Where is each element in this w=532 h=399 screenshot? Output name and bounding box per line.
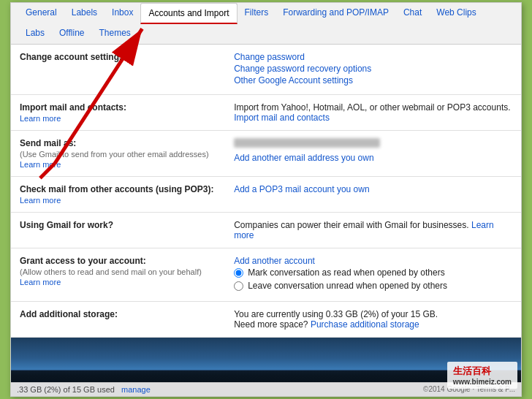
nav-tab-labs[interactable]: Labs xyxy=(18,23,52,44)
value-cell-0: Change passwordChange password recovery … xyxy=(225,45,521,95)
import-text: Import from Yahoo!, Hotmail, AOL, or oth… xyxy=(234,102,512,113)
value-cell-6: You are currently using 0.33 GB (2%) of … xyxy=(225,302,521,338)
value-cell-4: Companies can power their email with Gma… xyxy=(225,213,521,248)
row-sublabel-5: (Allow others to read and send mail on y… xyxy=(20,267,216,276)
radio-mark-read[interactable] xyxy=(234,268,243,278)
bottom-bar: .33 GB (2%) of 15 GB used manage ©2014 G… xyxy=(11,338,521,396)
label-cell-5: Grant access to your account:(Allow othe… xyxy=(11,248,225,302)
row-label-4: Using Gmail for work? xyxy=(20,220,113,230)
nav-tab-themes[interactable]: Themes xyxy=(92,23,138,44)
radio-label-2: Leave conversation unread when opened by… xyxy=(248,281,447,291)
label-cell-0: Change account settings: xyxy=(11,45,225,95)
import-action[interactable]: Import mail and contacts xyxy=(234,113,330,123)
settings-row-1: Import mail and contacts:Learn moreImpor… xyxy=(11,95,521,131)
bottom-status: .33 GB (2%) of 15 GB used manage ©2014 G… xyxy=(11,382,521,396)
learn-more-2[interactable]: Learn more xyxy=(20,160,216,169)
value-link-change-password-recovery-options[interactable]: Change password recovery options xyxy=(234,64,512,74)
grant-action[interactable]: Add another account xyxy=(234,256,512,266)
label-cell-2: Send mail as:(Use Gmail to send from you… xyxy=(11,131,225,177)
label-cell-3: Check mail from other accounts (using PO… xyxy=(11,177,225,213)
nav-tab-forwarding-and-pop/imap[interactable]: Forwarding and POP/IMAP xyxy=(276,3,396,23)
value-cell-1: Import from Yahoo!, Hotmail, AOL, or oth… xyxy=(225,95,521,131)
nav-tab-web-clips[interactable]: Web Clips xyxy=(429,3,483,23)
row-label-3: Check mail from other accounts (using PO… xyxy=(20,184,213,194)
manage-link[interactable]: manage xyxy=(121,385,151,394)
nav-tab-offline[interactable]: Offline xyxy=(52,23,91,44)
value-cell-5: Add another accountMark conversation as … xyxy=(225,248,521,302)
purchase-storage-link[interactable]: Purchase additional storage xyxy=(311,319,419,330)
row-label-0: Change account settings: xyxy=(20,52,127,62)
learn-more-1[interactable]: Learn more xyxy=(20,114,216,123)
storage-status: .33 GB (2%) of 15 GB used manage xyxy=(17,385,151,394)
storage-usage-text: You are currently using 0.33 GB (2%) of … xyxy=(234,309,512,319)
nav-tab-inbox[interactable]: Inbox xyxy=(104,3,140,23)
settings-row-5: Grant access to your account:(Allow othe… xyxy=(11,248,521,302)
row-label-6: Add additional storage: xyxy=(20,309,118,319)
settings-row-6: Add additional storage:You are currently… xyxy=(11,302,521,338)
radio-row-1: Mark conversation as read when opened by… xyxy=(234,267,512,278)
label-cell-1: Import mail and contacts:Learn more xyxy=(11,95,225,131)
send-action[interactable]: Add another email address you own xyxy=(234,153,373,163)
learn-more-3[interactable]: Learn more xyxy=(20,196,216,205)
settings-row-3: Check mail from other accounts (using PO… xyxy=(11,177,521,213)
settings-row-0: Change account settings:Change passwordC… xyxy=(11,45,521,95)
nav-tab-labels[interactable]: Labels xyxy=(64,3,104,23)
value-link-change-password[interactable]: Change password xyxy=(234,52,512,62)
row-label-2: Send mail as: xyxy=(20,138,76,148)
watermark-line2: www.bimeiz.com xyxy=(453,378,512,386)
radio-label-1: Mark conversation as read when opened by… xyxy=(248,267,445,278)
blurred-email xyxy=(234,138,380,148)
nav-tab-chat[interactable]: Chat xyxy=(396,3,429,23)
settings-row-2: Send mail as:(Use Gmail to send from you… xyxy=(11,131,521,177)
radio-leave-unread[interactable] xyxy=(234,281,243,291)
settings-table: Change account settings:Change passwordC… xyxy=(11,45,521,338)
nav-tabs: GeneralLabelsInboxAccounts and ImportFil… xyxy=(11,3,521,45)
watermark: 生活百科 www.bimeiz.com xyxy=(447,362,517,389)
storage-more-text: Need more space? Purchase additional sto… xyxy=(234,319,512,330)
storage-text: .33 GB (2%) of 15 GB used xyxy=(17,385,115,394)
nav-tab-accounts-and-import[interactable]: Accounts and Import xyxy=(140,3,237,24)
pop3-action[interactable]: Add a POP3 mail account you own xyxy=(234,184,369,194)
work-text: Companies can power their email with Gma… xyxy=(234,220,471,230)
value-cell-3: Add a POP3 mail account you own xyxy=(225,177,521,213)
row-label-1: Import mail and contacts: xyxy=(20,102,126,113)
label-cell-6: Add additional storage: xyxy=(11,302,225,338)
value-link-other-google-account-settings[interactable]: Other Google Account settings xyxy=(234,75,512,86)
label-cell-4: Using Gmail for work? xyxy=(11,213,225,248)
watermark-line1: 生活百科 xyxy=(453,365,512,378)
nav-tab-general[interactable]: General xyxy=(18,3,64,23)
row-sublabel-2: (Use Gmail to send from your other email… xyxy=(20,150,216,159)
learn-more-5[interactable]: Learn more xyxy=(20,278,216,286)
settings-content: Change account settings:Change passwordC… xyxy=(11,45,521,338)
settings-row-4: Using Gmail for work?Companies can power… xyxy=(11,213,521,248)
nav-tab-filters[interactable]: Filters xyxy=(238,3,276,23)
radio-row-2: Leave conversation unread when opened by… xyxy=(234,281,512,291)
value-cell-2: Add another email address you own xyxy=(225,131,521,177)
row-label-5: Grant access to your account: xyxy=(20,256,146,266)
